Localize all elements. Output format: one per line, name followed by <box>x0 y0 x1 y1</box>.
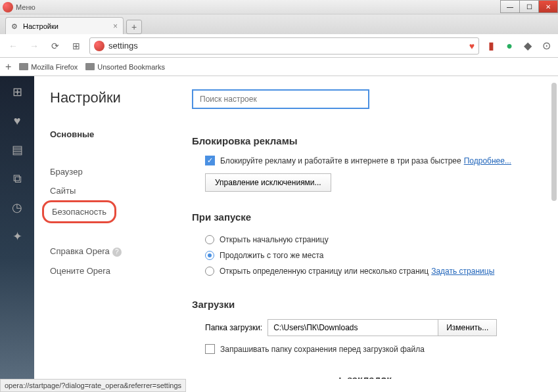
window-title: Меню <box>16 3 35 11</box>
help-icon: ? <box>112 248 122 257</box>
bookmarks-heart-icon[interactable]: ♥ <box>9 113 25 129</box>
tab-settings[interactable]: ⚙ Настройки × <box>5 17 124 34</box>
startup-section: При запуске Открыть начальную страницу П… <box>192 211 538 279</box>
tab-bar: ⚙ Настройки × + <box>0 14 558 34</box>
speed-dial-icon[interactable]: ⊞ <box>9 84 25 100</box>
window-titlebar: Меню — ☐ ✕ <box>0 0 558 14</box>
heart-icon[interactable]: ♥ <box>469 41 475 51</box>
opera-logo-icon <box>3 2 13 12</box>
adblock-title: Блокировка рекламы <box>192 135 538 146</box>
settings-search-input[interactable] <box>192 89 369 109</box>
adblock-more-link[interactable]: Подробнее... <box>464 156 511 165</box>
nav-security[interactable]: Безопасность <box>42 200 116 223</box>
sidebar-dark: ⊞ ♥ ▤ ⧉ ◷ ✦ <box>0 76 34 379</box>
startup-radio-homepage[interactable]: Открыть начальную страницу <box>192 232 538 248</box>
url-bar[interactable]: ♥ <box>89 37 479 54</box>
adblock-checkbox-row[interactable]: ✓ Блокируйте рекламу и работайте в интер… <box>192 156 538 165</box>
settings-content: Блокировка рекламы ✓ Блокируйте рекламу … <box>185 76 558 379</box>
sidebar-toggle-icon[interactable]: ▮ <box>484 39 498 53</box>
set-pages-link[interactable]: Задать страницы <box>431 267 494 276</box>
gear-icon: ⚙ <box>11 22 19 30</box>
nav-basic[interactable]: Основные <box>50 125 170 144</box>
bookmark-label: Unsorted Bookmarks <box>97 63 165 71</box>
bookmark-label: Mozilla Firefox <box>31 63 78 71</box>
add-bookmark-button[interactable]: + <box>5 61 11 73</box>
url-input[interactable] <box>108 41 469 51</box>
nav-browser[interactable]: Браузер <box>50 162 170 181</box>
radio-label: Открыть начальную страницу <box>220 235 329 244</box>
back-button[interactable]: ← <box>5 38 21 54</box>
download-folder-row: Папка загрузки: Изменить... <box>192 319 538 336</box>
startup-radio-specific[interactable]: Открыть определенную страницу или нескол… <box>192 263 538 279</box>
shield-icon[interactable]: ◆ <box>521 39 534 53</box>
vpn-icon[interactable]: ● <box>503 39 516 53</box>
opera-icon <box>94 41 105 51</box>
startup-title: При запуске <box>192 211 538 223</box>
radio-icon[interactable] <box>205 267 214 276</box>
navigation-bar: ← → ⟳ ⊞ ♥ ▮ ● ◆ ⊙ <box>0 34 558 58</box>
status-bar: opera://startpage/?dialog=rate_opera&ref… <box>0 379 186 392</box>
minimize-button[interactable]: — <box>500 0 520 13</box>
radio-icon[interactable] <box>205 251 214 260</box>
speed-dial-button[interactable]: ⊞ <box>68 38 84 54</box>
history-icon[interactable]: ◷ <box>9 200 25 215</box>
status-text: opera://startpage/?dialog=rate_opera&ref… <box>5 381 181 389</box>
checkbox-icon[interactable]: ✓ <box>205 156 215 165</box>
ask-folder-checkbox-row[interactable]: Запрашивать папку сохранения перед загру… <box>192 344 538 354</box>
bookmarks-panel-title: ь закладок <box>192 374 538 379</box>
radio-label: Открыть определенную страницу или нескол… <box>220 267 429 276</box>
extensions-icon[interactable]: ⊙ <box>540 39 553 53</box>
news-icon[interactable]: ▤ <box>9 142 25 158</box>
bookmark-item-firefox[interactable]: Mozilla Firefox <box>19 63 78 71</box>
adblock-section: Блокировка рекламы ✓ Блокируйте рекламу … <box>192 135 538 192</box>
startup-radio-continue[interactable]: Продолжить с того же места <box>192 248 538 263</box>
new-tab-button[interactable]: + <box>126 20 142 34</box>
ask-folder-label: Запрашивать папку сохранения перед загру… <box>220 345 425 354</box>
page-title: Настройки <box>50 89 170 106</box>
nav-help[interactable]: Справка Opera? <box>50 242 170 261</box>
bookmarks-panel-section: ь закладок <box>192 374 538 379</box>
nav-rate[interactable]: Оцените Opera <box>50 261 170 280</box>
radio-label: Продолжить с того же места <box>220 251 323 260</box>
radio-icon[interactable] <box>205 235 214 244</box>
change-folder-button[interactable]: Изменить... <box>438 319 497 336</box>
extensions-puzzle-icon[interactable]: ✦ <box>9 229 25 244</box>
tab-title: Настройки <box>23 22 58 30</box>
folder-icon <box>19 63 28 70</box>
downloads-title: Загрузки <box>192 299 538 310</box>
bookmark-bar: + Mozilla Firefox Unsorted Bookmarks <box>0 58 558 76</box>
nav-sites[interactable]: Сайты <box>50 181 170 200</box>
tab-close-icon[interactable]: × <box>113 22 118 31</box>
forward-button[interactable]: → <box>26 38 42 54</box>
manage-exceptions-button[interactable]: Управление исключениями... <box>205 173 331 192</box>
tabs-icon[interactable]: ⧉ <box>9 171 25 186</box>
reload-button[interactable]: ⟳ <box>47 38 63 54</box>
checkbox-icon[interactable] <box>205 344 215 354</box>
adblock-label: Блокируйте рекламу и работайте в интерне… <box>220 156 461 165</box>
settings-sidebar: Настройки Основные Браузер Сайты Безопас… <box>34 76 185 379</box>
folder-icon <box>85 63 95 70</box>
download-folder-label: Папка загрузки: <box>205 323 262 332</box>
downloads-section: Загрузки Папка загрузки: Изменить... Зап… <box>192 299 538 354</box>
maximize-button[interactable]: ☐ <box>519 0 539 13</box>
scrollbar[interactable] <box>551 83 557 201</box>
close-button[interactable]: ✕ <box>538 0 558 13</box>
download-folder-input[interactable] <box>267 319 438 336</box>
bookmark-item-unsorted[interactable]: Unsorted Bookmarks <box>85 63 165 71</box>
window-controls: — ☐ ✕ <box>501 0 558 13</box>
